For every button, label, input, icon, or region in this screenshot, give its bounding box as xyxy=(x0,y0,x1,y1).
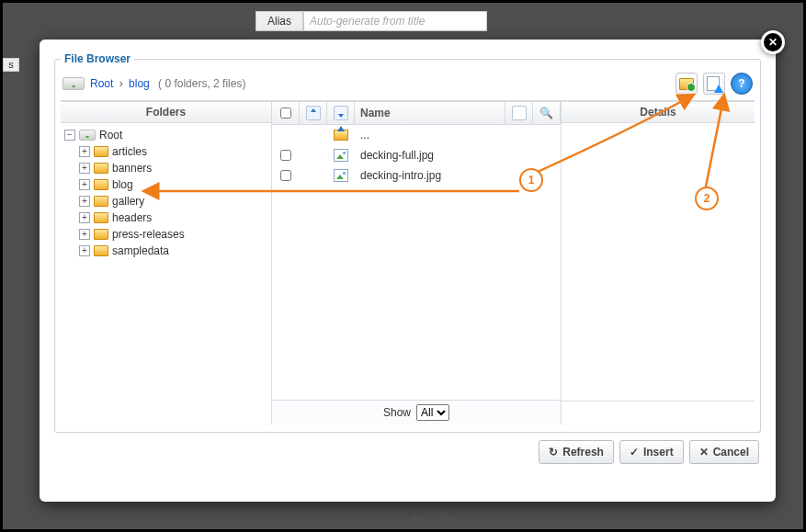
column-search-button[interactable]: 🔍 xyxy=(533,102,561,124)
drive-icon xyxy=(79,130,96,141)
show-select[interactable]: All xyxy=(416,404,449,421)
tree-item-label: gallery xyxy=(112,195,144,208)
sort-asc-icon xyxy=(306,106,321,120)
tree-item-label: articles xyxy=(112,145,147,158)
select-all-cell[interactable] xyxy=(272,102,300,124)
new-folder-button[interactable] xyxy=(675,73,698,95)
folder-up-icon xyxy=(334,130,348,141)
tree-item[interactable]: +articles xyxy=(62,143,269,160)
file-checkbox[interactable] xyxy=(280,170,291,181)
file-checkbox[interactable] xyxy=(280,150,291,161)
refresh-icon: ↻ xyxy=(549,446,558,458)
tree-item[interactable]: +blog xyxy=(62,176,269,193)
file-browser-fieldset: File Browser Root › blog ( 0 folders, 2 … xyxy=(54,52,761,433)
folders-header: Folders xyxy=(61,102,271,123)
tree-item-label: press-releases xyxy=(112,228,185,241)
sort-desc-button[interactable] xyxy=(327,102,355,124)
image-icon xyxy=(334,169,348,182)
check-icon: ✓ xyxy=(630,446,639,458)
breadcrumb-root[interactable]: Root xyxy=(90,77,113,90)
image-icon xyxy=(334,149,348,162)
show-label: Show xyxy=(383,406,411,419)
folder-icon xyxy=(94,212,108,223)
folder-icon xyxy=(94,229,108,240)
close-icon[interactable]: ✕ xyxy=(761,30,785,54)
expand-toggle[interactable]: + xyxy=(79,245,90,256)
file-browser-legend: File Browser xyxy=(61,52,134,65)
expand-toggle[interactable]: + xyxy=(79,146,90,157)
tree-item-label: sampledata xyxy=(112,244,169,257)
insert-button[interactable]: ✓Insert xyxy=(619,440,684,464)
column-name[interactable]: Name xyxy=(355,102,505,124)
insert-label: Insert xyxy=(643,446,674,458)
help-button[interactable]: ? xyxy=(731,73,753,95)
file-name: decking-full.jpg xyxy=(355,149,505,162)
expand-toggle[interactable]: + xyxy=(79,229,90,240)
tree-item-label: blog xyxy=(112,178,133,191)
drive-icon xyxy=(62,77,85,90)
folder-new-icon xyxy=(679,78,694,90)
files-footer: Show All xyxy=(272,400,561,424)
cancel-button[interactable]: ✕Cancel xyxy=(689,440,759,464)
breadcrumb-stats: ( 0 folders, 2 files) xyxy=(158,77,245,90)
breadcrumb: Root › blog ( 0 folders, 2 files) xyxy=(90,77,245,90)
binoculars-icon: 🔍 xyxy=(539,107,553,119)
file-browser-modal: ✕ File Browser Root › blog ( 0 folders, … xyxy=(40,40,776,502)
file-row[interactable]: decking-intro.jpg xyxy=(272,165,561,186)
file-name: decking-intro.jpg xyxy=(355,169,505,182)
tree-item[interactable]: +headers xyxy=(62,209,269,226)
tree-item[interactable]: +press-releases xyxy=(62,226,269,243)
details-pane: Details xyxy=(562,102,755,424)
refresh-label: Refresh xyxy=(562,446,604,458)
sort-desc-icon xyxy=(334,106,348,120)
toolbar: Root › blog ( 0 folders, 2 files) ? xyxy=(61,71,755,101)
dialog-buttons: ↻Refresh ✓Insert ✕Cancel xyxy=(54,433,761,464)
upload-button[interactable] xyxy=(703,73,725,95)
expand-toggle[interactable]: + xyxy=(79,163,90,174)
props-icon xyxy=(512,106,527,120)
folder-icon xyxy=(94,146,108,157)
expand-toggle[interactable]: + xyxy=(79,212,90,223)
folder-up-row[interactable]: ... xyxy=(272,125,561,145)
folder-icon xyxy=(94,179,108,190)
breadcrumb-separator: › xyxy=(119,77,123,90)
breadcrumb-current[interactable]: blog xyxy=(129,77,150,90)
refresh-button[interactable]: ↻Refresh xyxy=(539,440,614,464)
cancel-label: Cancel xyxy=(713,446,749,458)
folder-icon xyxy=(94,163,108,174)
folder-tree[interactable]: − Root +articles+banners+blog+gallery+he… xyxy=(61,123,271,424)
folder-up-label: ... xyxy=(355,129,505,141)
folder-icon xyxy=(94,196,108,207)
close-icon: ✕ xyxy=(699,446,709,458)
column-props-button[interactable] xyxy=(505,102,533,124)
file-row[interactable]: decking-full.jpg xyxy=(272,145,561,165)
tree-item[interactable]: +gallery xyxy=(62,193,269,209)
file-list[interactable]: ... decking-full.jpgdecking-intro.jpg xyxy=(272,125,561,400)
bottom-text: Link C Text xyxy=(405,511,460,524)
files-header-row: Name 🔍 xyxy=(272,102,561,125)
expand-toggle[interactable]: + xyxy=(79,179,90,190)
left-tab-stub: s xyxy=(3,58,19,72)
folder-icon xyxy=(94,245,108,256)
dim-backdrop: Alias Auto-generate from title s Link C … xyxy=(0,0,806,532)
tree-item-label: banners xyxy=(112,162,152,175)
folders-pane: Folders − Root +articles+banners+blog+ga… xyxy=(61,102,272,424)
tree-item-label: headers xyxy=(112,211,152,224)
select-all-checkbox[interactable] xyxy=(280,108,291,119)
details-header: Details xyxy=(562,102,755,123)
tree-item[interactable]: +sampledata xyxy=(62,243,269,259)
tree-item[interactable]: +banners xyxy=(62,160,269,176)
files-pane: Name 🔍 ... decking-full.jpgdecking-intro… xyxy=(272,102,562,424)
sort-asc-button[interactable] xyxy=(300,102,327,124)
expand-toggle[interactable]: + xyxy=(79,196,90,207)
tree-root-label[interactable]: Root xyxy=(99,129,122,141)
alias-input-underlay: Auto-generate from title xyxy=(303,11,487,31)
upload-icon xyxy=(707,76,721,91)
expand-toggle[interactable]: − xyxy=(64,130,75,141)
alias-label: Alias xyxy=(255,11,303,31)
